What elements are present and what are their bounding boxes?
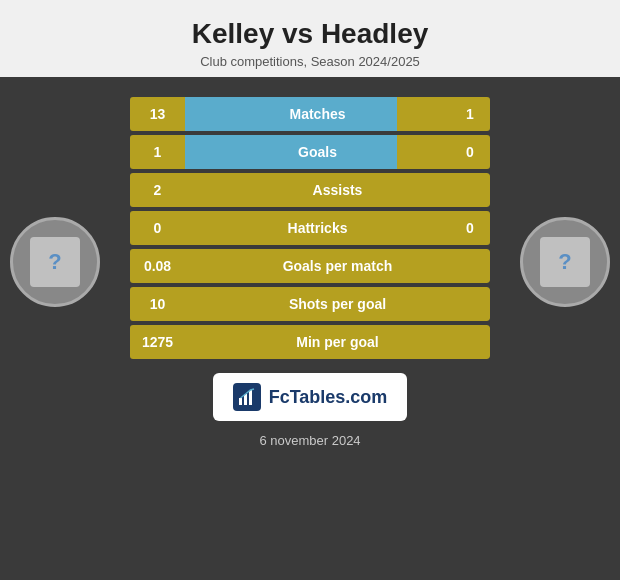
stat-left-val-matches: 13 — [130, 97, 185, 131]
stat-left-val-hattricks: 0 — [130, 211, 185, 245]
fctables-icon — [233, 383, 261, 411]
stat-row-hattricks: 0Hattricks0 — [130, 211, 490, 245]
stat-left-val-goals: 1 — [130, 135, 185, 169]
player-left-icon: ? — [30, 237, 80, 287]
content-area: ? ? 13Matches11Goals02Assists0Hattricks0… — [0, 77, 620, 580]
stat-row-assists: 2Assists — [130, 173, 490, 207]
stat-row-goals-per-match: 0.08Goals per match — [130, 249, 490, 283]
stats-container: 13Matches11Goals02Assists0Hattricks00.08… — [130, 97, 490, 359]
stat-right-val-hattricks: 0 — [450, 211, 490, 245]
player-right-avatar: ? — [520, 217, 610, 307]
stat-label-shots-per-goal: Shots per goal — [289, 296, 386, 312]
stat-label-goals-per-match: Goals per match — [283, 258, 393, 274]
stat-bar-shots-per-goal: Shots per goal — [185, 287, 490, 321]
stat-label-goals: Goals — [298, 144, 337, 160]
stat-left-val-shots-per-goal: 10 — [130, 287, 185, 321]
stat-left-val-assists: 2 — [130, 173, 185, 207]
page-title: Kelley vs Headley — [20, 18, 600, 50]
stat-bar-min-per-goal: Min per goal — [185, 325, 490, 359]
stat-bar-hattricks: Hattricks — [185, 211, 450, 245]
stat-label-matches: Matches — [289, 106, 345, 122]
fctables-brand: FcTables.com — [269, 387, 388, 408]
stat-row-matches: 13Matches1 — [130, 97, 490, 131]
svg-rect-2 — [249, 390, 252, 405]
fctables-banner: FcTables.com — [213, 373, 408, 421]
player-left-avatar: ? — [10, 217, 100, 307]
stat-bar-assists: Assists — [185, 173, 490, 207]
stat-label-hattricks: Hattricks — [288, 220, 348, 236]
stat-row-shots-per-goal: 10Shots per goal — [130, 287, 490, 321]
stat-left-val-goals-per-match: 0.08 — [130, 249, 185, 283]
stat-left-val-min-per-goal: 1275 — [130, 325, 185, 359]
player-right-icon: ? — [540, 237, 590, 287]
svg-rect-0 — [239, 398, 242, 405]
stat-row-goals: 1Goals0 — [130, 135, 490, 169]
stat-row-min-per-goal: 1275Min per goal — [130, 325, 490, 359]
stat-right-val-goals: 0 — [450, 135, 490, 169]
stat-bar-goals: Goals — [185, 135, 450, 169]
stat-label-assists: Assists — [313, 182, 363, 198]
page-subtitle: Club competitions, Season 2024/2025 — [20, 54, 600, 69]
stat-label-min-per-goal: Min per goal — [296, 334, 378, 350]
date-footer: 6 november 2024 — [259, 433, 360, 448]
stat-right-val-matches: 1 — [450, 97, 490, 131]
header: Kelley vs Headley Club competitions, Sea… — [0, 0, 620, 77]
stat-bar-matches: Matches — [185, 97, 450, 131]
stat-bar-goals-per-match: Goals per match — [185, 249, 490, 283]
